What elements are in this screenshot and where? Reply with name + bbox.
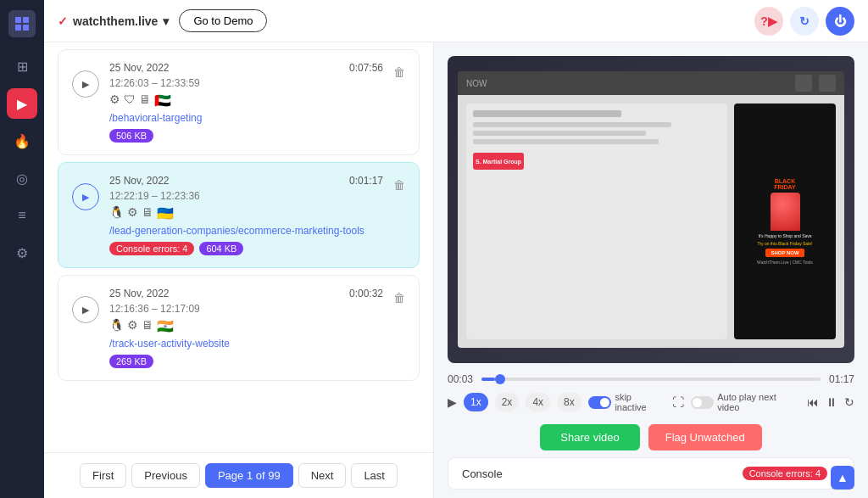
progress-track[interactable] — [481, 378, 821, 381]
skip-back-icon[interactable]: ⏮ — [807, 395, 819, 409]
recording-link-2[interactable]: /lead-generation-companies/ecommerce-mar… — [109, 225, 383, 237]
skip-inactive-switch[interactable] — [588, 396, 612, 409]
current-page-button[interactable]: Page 1 of 99 — [205, 463, 293, 488]
auto-play-switch[interactable] — [691, 396, 715, 409]
recording-link-1[interactable]: /behavioral-targeting — [109, 112, 383, 124]
auto-play-toggle[interactable]: Auto play next video — [691, 392, 800, 412]
console-right: Console errors: 4 ▾ — [743, 467, 840, 480]
size-badge-2: 604 KB — [199, 242, 243, 255]
recording-meta-top-1: 25 Nov, 2022 0:07:56 — [109, 62, 383, 74]
console-error-badge-2: Console errors: 4 — [109, 242, 194, 255]
shield-icon-1: 🛡 — [124, 92, 136, 109]
settings-icon-1: ⚙ — [109, 92, 120, 109]
sidebar-item-users[interactable]: ⚙ — [7, 238, 37, 268]
recording-duration-1: 0:07:56 — [349, 62, 383, 74]
recording-time-2: 12:22:19 – 12:23:36 — [109, 190, 383, 202]
recording-duration-2: 0:01:17 — [349, 175, 383, 187]
first-page-button[interactable]: First — [80, 463, 126, 488]
recording-info-1: 25 Nov, 2022 0:07:56 12:26:03 – 12:33:59… — [109, 62, 383, 143]
svg-rect-2 — [15, 25, 21, 31]
recording-card-3: ▶ 25 Nov, 2022 0:00:32 12:16:36 – 12:17:… — [58, 275, 420, 381]
size-badge-1: 506 KB — [109, 129, 153, 143]
sidebar-item-video[interactable]: ▶ — [7, 88, 37, 119]
next-page-button[interactable]: Next — [298, 463, 347, 488]
fullscreen-icon[interactable]: ⛶ — [672, 395, 684, 409]
sidebar-logo — [8, 10, 36, 37]
tux-icon-2: 🐧 — [109, 205, 124, 221]
auto-play-label: Auto play next video — [717, 392, 800, 412]
skip-inactive-knob — [600, 398, 609, 407]
help-icon-button[interactable]: ?▶ — [754, 7, 783, 36]
content-area: ▶ 25 Nov, 2022 0:07:56 12:26:03 – 12:33:… — [44, 42, 868, 498]
pause-icon[interactable]: ⏸ — [826, 395, 837, 409]
current-time-label: 00:03 — [448, 373, 473, 385]
brand-name: watchthem.live — [73, 14, 158, 28]
sidebar-item-list[interactable]: ≡ — [7, 200, 37, 231]
recording-icons-1: ⚙ 🛡 🖥 🇦🇪 — [109, 92, 383, 109]
recording-time-3: 12:16:36 – 12:17:09 — [109, 303, 383, 315]
recordings-panel: ▶ 25 Nov, 2022 0:07:56 12:26:03 – 12:33:… — [44, 42, 434, 498]
video-action-buttons: Share video Flag Unwatched — [434, 419, 868, 457]
brand-logo: ✓ watchthem.live ▾ — [58, 14, 169, 28]
share-video-button[interactable]: Share video — [540, 424, 639, 450]
recording-badges-1: 506 KB — [109, 129, 383, 143]
sidebar: ⊞ ▶ 🔥 ◎ ≡ ⚙ — [0, 0, 44, 498]
size-badge-3: 269 KB — [109, 355, 153, 368]
play-control-icon[interactable]: ▶ — [448, 395, 457, 409]
recording-badges-2: Console errors: 4 604 KB — [109, 242, 383, 255]
recording-icons-3: 🐧 ⚙ 🖥 🇮🇳 — [109, 318, 383, 334]
sidebar-item-target[interactable]: ◎ — [7, 163, 37, 193]
console-label: Console — [462, 467, 503, 480]
trash-icon-3[interactable]: 🗑 — [393, 291, 405, 305]
settings-icon-3: ⚙ — [127, 318, 138, 334]
flag-unwatched-button[interactable]: Flag Unwatched — [648, 424, 762, 450]
progress-fill — [481, 378, 495, 381]
scroll-up-button[interactable]: ▲ — [831, 466, 854, 490]
recording-badges-3: 269 KB — [109, 355, 383, 368]
topbar-right: ?▶ ↻ ⏻ — [754, 7, 854, 36]
trash-icon-2[interactable]: 🗑 — [393, 178, 405, 192]
recording-time-1: 12:26:03 – 12:33:59 — [109, 77, 383, 89]
recording-meta-top-2: 25 Nov, 2022 0:01:17 — [109, 175, 383, 187]
recording-date-2: 25 Nov, 2022 — [109, 175, 170, 187]
recording-date-1: 25 Nov, 2022 — [109, 62, 170, 74]
svg-rect-1 — [23, 17, 29, 23]
recording-date-3: 25 Nov, 2022 — [109, 288, 170, 299]
recording-link-3[interactable]: /track-user-activity-website — [109, 338, 383, 350]
tux-icon-3: 🐧 — [109, 318, 124, 334]
speed-2x-button[interactable]: 2x — [495, 393, 520, 411]
progress-bar-container: 00:03 01:17 — [448, 373, 854, 385]
skip-inactive-toggle[interactable]: skip inactive — [588, 392, 665, 412]
sidebar-item-fire[interactable]: 🔥 — [7, 126, 37, 156]
console-bar: Console Console errors: 4 ▾ — [448, 457, 854, 490]
settings-icon-2: ⚙ — [127, 205, 138, 221]
sidebar-item-grid[interactable]: ⊞ — [7, 51, 37, 81]
play-button-2[interactable]: ▶ — [72, 183, 99, 210]
refresh-icon-button[interactable]: ↻ — [790, 7, 819, 36]
power-icon-button[interactable]: ⏻ — [826, 7, 854, 36]
video-screenshot: NOW — [448, 56, 854, 363]
recording-duration-3: 0:00:32 — [349, 288, 383, 299]
refresh-icon[interactable]: ↻ — [844, 395, 854, 409]
dropdown-icon[interactable]: ▾ — [163, 14, 169, 28]
check-icon: ✓ — [58, 14, 68, 28]
skip-inactive-label: skip inactive — [615, 392, 665, 412]
go-to-demo-button[interactable]: Go to Demo — [179, 9, 267, 32]
speed-8x-button[interactable]: 8x — [557, 393, 581, 411]
last-page-button[interactable]: Last — [351, 463, 398, 488]
topbar: ✓ watchthem.live ▾ Go to Demo ?▶ ↻ ⏻ — [44, 0, 868, 42]
previous-page-button[interactable]: Previous — [131, 463, 200, 488]
play-button-1[interactable]: ▶ — [72, 70, 99, 98]
recording-meta-top-3: 25 Nov, 2022 0:00:32 — [109, 288, 383, 299]
video-controls: 00:03 01:17 ▶ 1x 2x 4x 8x skip inactiv — [434, 370, 868, 419]
trash-icon-1[interactable]: 🗑 — [393, 65, 405, 79]
recording-info-2: 25 Nov, 2022 0:01:17 12:22:19 – 12:23:36… — [109, 175, 383, 255]
recording-card-1: ▶ 25 Nov, 2022 0:07:56 12:26:03 – 12:33:… — [58, 49, 420, 155]
console-error-badge: Console errors: 4 — [743, 467, 827, 480]
play-button-3[interactable]: ▶ — [72, 296, 99, 323]
speed-1x-button[interactable]: 1x — [464, 393, 488, 411]
speed-4x-button[interactable]: 4x — [526, 393, 550, 411]
pagination: First Previous Page 1 of 99 Next Last — [44, 452, 433, 498]
svg-rect-0 — [15, 17, 21, 23]
auto-play-knob — [693, 398, 702, 407]
